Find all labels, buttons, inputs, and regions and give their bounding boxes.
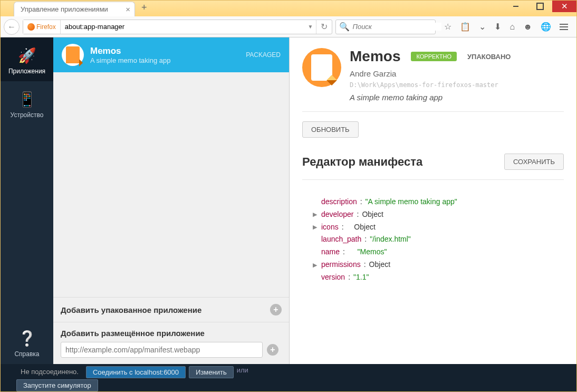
app-desc: A simple memo taking app [90,56,239,64]
close-tab-icon[interactable]: × [126,5,130,14]
menu-icon[interactable] [560,24,568,30]
window-close-button[interactable]: ✕ [552,1,576,12]
add-hosted-button[interactable]: + [267,344,278,356]
search-icon: 🔍 [339,22,350,32]
tab-title: Управление приложениями [21,5,108,13]
firefox-icon [27,23,35,31]
url-bar[interactable]: Firefox ▼ ↻ [23,20,332,34]
connection-bar: Не подсоединено. Соединить с localhost:6… [1,364,576,391]
author: Andre Garzia [350,69,564,78]
smile-icon[interactable]: ☻ [523,22,532,32]
globe-icon[interactable]: 🌐 [541,22,551,32]
expand-icon[interactable]: ▶ [313,260,318,270]
download-icon[interactable]: ⬇ [494,22,501,32]
app-name: Memos [90,46,239,56]
hosted-url-input[interactable] [61,342,263,358]
manifest-editor[interactable]: description: "A simple memo taking app" … [302,196,564,284]
bookmark-icon[interactable]: ☆ [444,22,451,32]
app-list-item[interactable]: Memos A simple memo taking app PACKAGED [53,37,289,72]
url-input[interactable] [61,23,305,31]
sidebar-item-device[interactable]: 📱 Устройство [1,81,53,125]
sidebar: 🚀 Приложения 📱 Устройство ❔ Справка [1,37,53,364]
help-icon: ❔ [18,330,36,347]
rocket-icon: 🚀 [18,47,36,64]
browser-tab[interactable]: Управление приложениями × [14,2,135,16]
toolbar: ← Firefox ▼ ↻ 🔍 ☆ 📋 ⌄ ⬇ ⌂ ☻ 🌐 [1,16,576,37]
connect-button[interactable]: Соединить с localhost:6000 [86,366,186,378]
expand-icon[interactable]: ▶ [313,222,318,232]
connection-status: Не подсоединено. [16,366,83,377]
save-button[interactable]: СОХРАНИТЬ [504,154,564,170]
add-packaged-button[interactable]: + [270,304,282,315]
app-type: PACKAGED [246,51,281,59]
search-bar[interactable]: 🔍 [335,20,436,34]
add-packaged-section[interactable]: Добавить упакованное приложение + [53,297,289,322]
manifest-editor-title: Редактор манифеста [302,155,422,169]
expand-icon[interactable]: ▶ [313,209,318,219]
reload-button[interactable]: ↻ [316,20,332,34]
app-list: Memos A simple memo taking app PACKAGED … [53,37,290,364]
phone-icon: 📱 [18,91,36,108]
description: A simple memo taking app [350,93,564,102]
add-hosted-section: Добавить размещённое приложение + [53,322,289,364]
back-button[interactable]: ← [4,19,20,35]
identity-box[interactable]: Firefox [23,20,61,34]
app-icon [62,44,84,66]
packaged-label: УПАКОВАНО [467,53,511,61]
status-badge: КОРРЕКТНО [411,52,456,61]
change-button[interactable]: Изменить [189,366,234,378]
sidebar-item-apps[interactable]: 🚀 Приложения [1,37,53,81]
detail-app-icon [302,48,341,87]
maximize-button[interactable] [528,1,552,12]
pocket-icon[interactable]: ⌄ [479,22,486,32]
titlebar: Управление приложениями × + ✕ [1,1,576,16]
clipboard-icon[interactable]: 📋 [460,22,470,32]
detail-title: Memos [350,48,400,65]
detail-pane: Memos КОРРЕКТНО УПАКОВАНО Andre Garzia D… [290,37,576,364]
new-tab-button[interactable]: + [141,2,147,13]
search-input[interactable] [352,23,441,31]
home-icon[interactable]: ⌂ [509,22,515,32]
sidebar-item-help[interactable]: ❔ Справка [1,320,53,364]
start-simulator-button[interactable]: Запустите симулятор [16,379,98,391]
update-button[interactable]: ОБНОВИТЬ [302,121,359,138]
path: D:\Work\Apps\memos-for-firefoxos-master [350,81,564,89]
dropdown-icon[interactable]: ▼ [305,24,316,30]
minimize-button[interactable] [504,1,528,12]
